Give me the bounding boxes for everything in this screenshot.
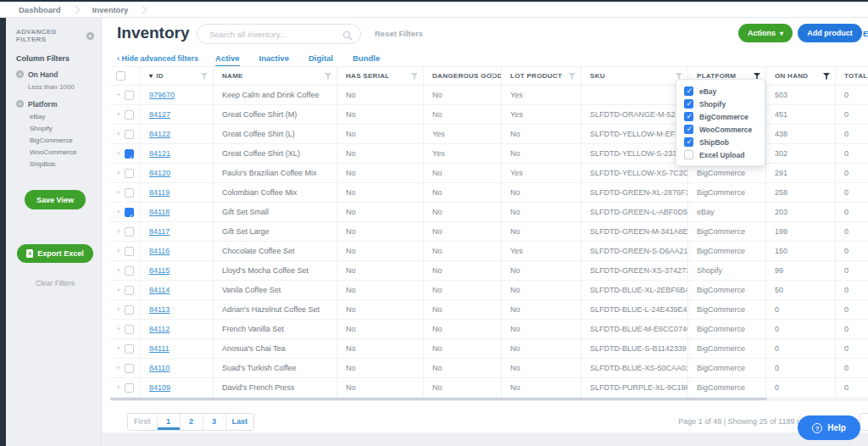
column-header-name[interactable]: NAME [214, 67, 337, 86]
row-expander-icon[interactable]: + [116, 111, 120, 119]
scrollbar-thumb[interactable] [110, 398, 767, 400]
product-id-link[interactable]: 84122 [149, 130, 170, 138]
select-all-checkbox[interactable] [116, 71, 125, 81]
option-checkbox[interactable] [684, 99, 693, 109]
product-id-link[interactable]: 84117 [149, 227, 170, 236]
row-checkbox[interactable] [125, 344, 134, 354]
column-header-total[interactable]: TOTAL [836, 67, 868, 86]
row-expander-icon[interactable]: + [116, 170, 120, 177]
product-id-link[interactable]: 84118 [149, 208, 170, 216]
tab-bundle[interactable]: Bundle [353, 53, 380, 65]
column-header-sku[interactable]: SKU [581, 67, 688, 86]
column-header-lot[interactable]: LOT PRODUCT [502, 67, 581, 86]
column-header-onhand[interactable]: ON HAND [766, 67, 836, 86]
edit-product-button[interactable]: Ed [863, 29, 868, 38]
product-id-link[interactable]: 84115 [149, 266, 170, 275]
row-checkbox[interactable] [125, 188, 134, 198]
row-checkbox[interactable] [125, 169, 134, 178]
breadcrumb-item[interactable]: Dashboard [19, 5, 61, 14]
dropdown-option[interactable]: WooCommerce [676, 123, 765, 136]
row-checkbox[interactable] [125, 305, 134, 315]
page-button-2[interactable]: 2 [180, 414, 203, 430]
row-expander-icon[interactable]: + [116, 384, 120, 392]
row-expander-icon[interactable]: + [116, 248, 120, 255]
dropdown-option[interactable]: Excel Upload [676, 148, 765, 161]
product-id-link[interactable]: 84120 [149, 169, 170, 177]
dropdown-option[interactable]: ShipBob [676, 136, 765, 148]
row-checkbox[interactable] [125, 110, 134, 120]
filter-funnel-icon[interactable] [569, 73, 576, 80]
search-input[interactable] [197, 24, 361, 44]
help-button[interactable]: Help [798, 415, 860, 440]
filter-funnel-icon[interactable] [823, 73, 830, 80]
row-checkbox[interactable] [125, 286, 134, 295]
add-product-button[interactable]: Add product [798, 24, 862, 42]
option-checkbox[interactable] [684, 137, 693, 147]
product-id-link[interactable]: 84112 [149, 325, 170, 333]
product-id-link[interactable]: 84119 [149, 188, 170, 197]
row-expander-icon[interactable]: + [116, 267, 120, 275]
actions-button[interactable]: Actions [738, 24, 793, 42]
option-checkbox[interactable] [684, 150, 693, 159]
dropdown-option[interactable]: eBay [676, 85, 765, 98]
close-filters-icon[interactable]: × [86, 32, 94, 40]
product-id-link[interactable]: 84110 [149, 364, 170, 372]
filter-funnel-icon[interactable] [489, 73, 496, 80]
product-id-link[interactable]: 84113 [149, 305, 170, 314]
save-view-button[interactable]: Save View [25, 190, 86, 209]
product-id-link[interactable]: 84111 [149, 344, 170, 353]
tab-inactive[interactable]: Inactive [259, 53, 289, 65]
option-checkbox[interactable] [684, 112, 693, 121]
row-checkbox[interactable] [125, 227, 134, 237]
product-id-link[interactable]: 84109 [149, 383, 170, 392]
product-id-link[interactable]: 84121 [149, 149, 170, 158]
last-page-button[interactable]: Last [225, 414, 254, 430]
tab-digital[interactable]: Digital [309, 53, 333, 65]
row-expander-icon[interactable]: + [116, 131, 120, 138]
sort-caret-icon[interactable]: ▾ [149, 72, 153, 80]
option-checkbox[interactable] [684, 86, 693, 96]
row-expander-icon[interactable]: + [116, 209, 120, 216]
column-header-danger[interactable]: DANGEROUS GOODS [424, 67, 502, 86]
row-expander-icon[interactable]: + [116, 345, 120, 353]
tab-active[interactable]: Active [215, 53, 240, 67]
row-checkbox[interactable] [125, 383, 134, 393]
filter-funnel-icon[interactable] [325, 73, 331, 80]
row-checkbox[interactable] [125, 149, 134, 159]
remove-filter-icon[interactable]: × [16, 100, 24, 108]
first-page-button[interactable]: First [128, 414, 157, 430]
row-expander-icon[interactable]: + [116, 326, 120, 333]
row-expander-icon[interactable]: + [116, 189, 120, 197]
row-expander-icon[interactable]: + [116, 287, 120, 294]
row-checkbox[interactable] [125, 247, 134, 256]
breadcrumb-item[interactable]: Inventory [92, 5, 129, 14]
row-expander-icon[interactable]: + [116, 150, 120, 158]
option-checkbox[interactable] [684, 125, 693, 134]
row-checkbox[interactable] [125, 325, 134, 334]
row-expander-icon[interactable]: + [116, 365, 120, 372]
remove-filter-icon[interactable]: × [16, 70, 24, 78]
clear-filters-link[interactable]: Clear Filters [16, 279, 94, 287]
column-header-serial[interactable]: HAS SERIAL [337, 67, 424, 86]
product-id-link[interactable]: 84116 [149, 247, 170, 255]
row-checkbox[interactable] [125, 266, 134, 276]
product-id-link[interactable]: 84127 [149, 110, 170, 119]
page-size-box[interactable] [860, 413, 868, 431]
column-header-id[interactable]: ▾ID [141, 67, 214, 86]
row-checkbox[interactable] [125, 91, 134, 100]
page-button-1[interactable]: 1 [157, 414, 180, 430]
product-id-link[interactable]: 979670 [149, 91, 175, 99]
dropdown-option[interactable]: Shopify [676, 98, 765, 110]
product-id-link[interactable]: 84114 [149, 286, 170, 294]
dropdown-option[interactable]: BigCommerce [676, 110, 765, 123]
page-button-3[interactable]: 3 [203, 414, 225, 430]
row-checkbox[interactable] [125, 208, 134, 217]
row-expander-icon[interactable]: + [116, 92, 120, 99]
reset-filters-link[interactable]: Reset Filters [375, 29, 423, 38]
filter-funnel-icon[interactable] [201, 73, 208, 80]
filter-funnel-icon[interactable] [411, 73, 418, 80]
horizontal-scrollbar[interactable] [110, 397, 868, 401]
row-expander-icon[interactable]: + [116, 228, 120, 236]
hide-advanced-filters-link[interactable]: ‹ Hide advanced filters [117, 54, 198, 63]
row-checkbox[interactable] [125, 364, 134, 373]
